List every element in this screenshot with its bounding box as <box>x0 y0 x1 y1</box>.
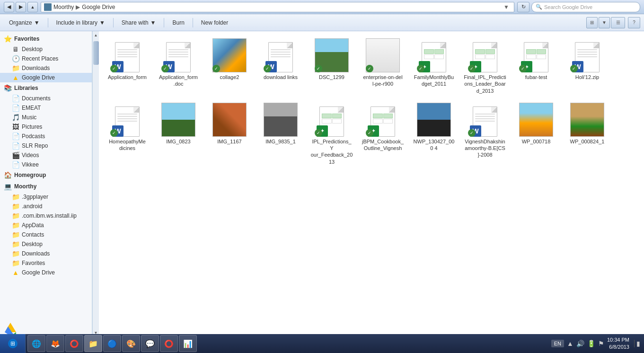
sidebar-moorthy-header[interactable]: 💻 Moorthy <box>0 181 92 192</box>
new-folder-button[interactable]: New folder <box>196 16 233 29</box>
file-item[interactable]: W ✓VigneshDhakshin amoorthy-B.E[CS ]-200… <box>461 100 509 168</box>
videos-icon: 🎬 <box>11 151 20 159</box>
taskbar-app5[interactable]: 🔵 <box>103 335 121 352</box>
file-item[interactable]: ✦ ✓FamilyMonthlyBu dget_2011 <box>410 36 458 97</box>
file-item[interactable]: ✦ ✓Final_IPL_Predicti ons_Leader_Boar d_… <box>461 36 509 97</box>
folder-icon-7: 📁 <box>11 250 20 257</box>
breadcrumb-root <box>44 3 53 11</box>
refresh-button[interactable]: ↻ <box>517 2 529 12</box>
sidebar-homegroup-header[interactable]: 🏠 Homegroup <box>0 169 92 181</box>
file-item[interactable]: ✦ ✓fubar-test <box>512 36 560 97</box>
svg-text:⊞: ⊞ <box>10 340 15 347</box>
help-button[interactable]: ? <box>628 17 640 28</box>
sidebar-item-3gp[interactable]: 📁 .3gpplayer <box>0 192 92 202</box>
file-name: HomeopathyMe dicines <box>106 138 149 152</box>
sidebar-item-recent[interactable]: 🕐 Recent Places <box>0 54 92 63</box>
file-item[interactable]: WP_000718 <box>512 100 560 168</box>
sidebar-item-downloads2[interactable]: 📁 Downloads <box>0 249 92 258</box>
file-item[interactable]: W ✓HomeopathyMe dicines <box>104 100 151 168</box>
sidebar-item-appdata[interactable]: 📁 AppData <box>0 221 92 230</box>
taskbar-explorer[interactable]: 📁 <box>84 335 102 352</box>
sidebar-item-downloads[interactable]: 📁 Downloads <box>0 63 92 73</box>
sidebar-item-slr[interactable]: 📄 SLR Repo <box>0 141 92 150</box>
taskbar-skype[interactable]: 💬 <box>141 335 159 352</box>
file-item[interactable]: W ✓Application_form <box>104 36 151 97</box>
file-item[interactable]: W ✓download links <box>257 36 304 97</box>
search-icon: 🔍 <box>536 4 542 10</box>
sidebar-item-gdrive2[interactable]: ▲ Google Drive <box>0 268 92 277</box>
sidebar-item-desktop[interactable]: 🖥 Desktop <box>0 44 92 54</box>
taskbar-tray: EN ▲ 🔊 🔋 ⚑ 10:34 PM 6/8/2013 ▮ <box>547 336 644 351</box>
sidebar-item-contacts[interactable]: 📁 Contacts <box>0 230 92 239</box>
file-name: NWP_130427_000 4 <box>413 138 455 152</box>
address-bar[interactable]: Moorthy ▶ Google Drive ▼ <box>41 2 514 12</box>
file-name: enterprise-on-del l-pe-r900 <box>362 74 404 88</box>
sidebar-item-desktop2[interactable]: 📁 Desktop <box>0 239 92 249</box>
sidebar-item-ibm[interactable]: 📁 .com.ibm.ws.install.iip <box>0 211 92 221</box>
sidebar-item-podcasts[interactable]: 📄 Podcasts <box>0 132 92 141</box>
share-with-button[interactable]: Share with ▼ <box>116 16 161 29</box>
organize-button[interactable]: Organize ▼ <box>4 16 45 29</box>
sidebar-libraries-header[interactable]: 📚 Libraries <box>0 82 92 94</box>
explorer-icon: 📁 <box>88 339 98 348</box>
file-name: WP_000718 <box>522 138 551 145</box>
desktop-icon: 🖥 <box>11 45 20 53</box>
search-box[interactable]: 🔍 Search Google Drive <box>531 2 640 12</box>
file-name: IMG_0823 <box>166 138 190 145</box>
file-item[interactable]: WP_000824_1 <box>564 100 611 168</box>
breadcrumb-moorthy: Moorthy <box>53 4 74 10</box>
search-placeholder: Search Google Drive <box>544 4 592 10</box>
folder-icon-3: 📁 <box>11 212 20 220</box>
file-item[interactable]: ✓enterprise-on-del l-pe-r900 <box>359 36 406 97</box>
file-item[interactable]: ✓collage2 <box>206 36 253 97</box>
sidebar-item-pictures[interactable]: 🖼 Pictures <box>0 122 92 132</box>
view-details[interactable]: ☰ <box>611 17 625 28</box>
include-library-button[interactable]: Include in library ▼ <box>51 16 110 29</box>
sidebar-item-android[interactable]: 📁 .android <box>0 202 92 211</box>
burn-button[interactable]: Burn <box>167 16 189 29</box>
file-name: VigneshDhakshin amoorthy-B.E[CS ]-2008 <box>464 138 506 159</box>
file-item[interactable]: IMG_1167 <box>206 100 253 168</box>
taskbar-ie[interactable]: 🌐 <box>27 335 45 352</box>
sidebar-favorites-header[interactable]: ⭐ Favorites <box>0 33 92 44</box>
app6-icon: 🎨 <box>126 339 136 348</box>
star-icon: ⭐ <box>4 35 12 43</box>
forward-button[interactable]: ▶ <box>16 2 26 12</box>
taskbar-chrome[interactable]: ⭕ <box>65 335 83 352</box>
file-item[interactable]: NWP_130427_000 4 <box>410 100 458 168</box>
file-item[interactable]: W ✓Holi'12.zip <box>564 36 611 97</box>
taskbar-app8[interactable]: 📊 <box>179 335 197 352</box>
view-dropdown[interactable]: ▼ <box>599 17 610 28</box>
documents-icon: 📄 <box>11 95 20 102</box>
sidebar-item-music[interactable]: 🎵 Music <box>0 113 92 122</box>
sidebar-item-favorites2[interactable]: 📁 Favorites <box>0 258 92 268</box>
file-item[interactable]: W ✓Application_form .doc <box>155 36 202 97</box>
file-name: IMG_1167 <box>217 138 241 145</box>
start-button[interactable]: ⊞ <box>0 334 26 353</box>
taskbar-app6[interactable]: 🎨 <box>122 335 140 352</box>
file-name: Application_form .doc <box>157 74 200 88</box>
up-button[interactable]: ▲ <box>27 2 38 12</box>
taskbar-firefox[interactable]: 🦊 <box>46 335 64 352</box>
scroll-thumb[interactable] <box>93 41 99 65</box>
file-item[interactable]: ✦ ✓IPL_Predictions_Y our_Feedback_20 13 <box>308 100 355 168</box>
sidebar-item-googledrive[interactable]: ▲ Google Drive <box>0 73 92 82</box>
back-button[interactable]: ◀ <box>4 2 14 12</box>
sidebar-item-videos[interactable]: 🎬 Videos <box>0 150 92 160</box>
vertical-scrollbar[interactable]: ▲ ▼ <box>92 31 99 336</box>
app8-icon: 📊 <box>183 339 193 348</box>
file-item[interactable]: IMG_9835_1 <box>257 100 304 168</box>
folder-icon-2: 📁 <box>11 203 20 210</box>
show-desktop-icon[interactable]: ▮ <box>634 340 640 347</box>
view-large-icons[interactable]: ⊞ <box>586 17 598 28</box>
sidebar-item-emeat[interactable]: 📄 EMEAT <box>0 103 92 113</box>
scroll-up-arrow[interactable]: ▲ <box>93 31 99 39</box>
file-item[interactable]: ✦ ✓jBPM_Cookbook_ Outline_Vignesh <box>359 100 406 168</box>
computer-icon: 💻 <box>4 183 12 190</box>
taskbar-chrome2[interactable]: ⭕ <box>160 335 178 352</box>
gdrive-icon-2: ▲ <box>11 269 20 276</box>
file-item[interactable]: ✓DSC_1299 <box>308 36 355 97</box>
sidebar-item-documents[interactable]: 📄 Documents <box>0 94 92 103</box>
sidebar-item-vikkee[interactable]: 📄 Vikkee <box>0 160 92 169</box>
file-item[interactable]: IMG_0823 <box>155 100 202 168</box>
